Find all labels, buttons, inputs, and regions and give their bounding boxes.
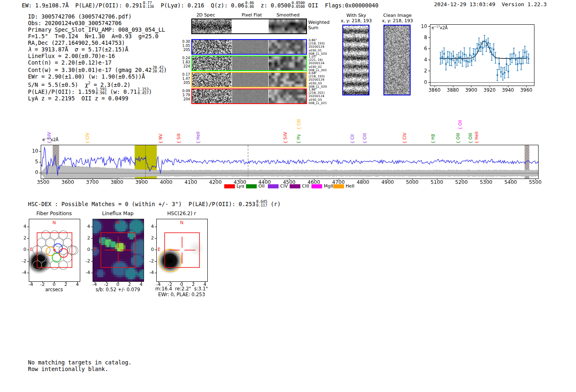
line-marker-HeII-15: { HeII [474,132,479,144]
mainspec-xtick-4100: 4100 [182,179,200,185]
legend-label-HeII: HeII [346,183,355,189]
spec2d-row-3 [191,88,307,104]
weighted-sum-label-line2: Sum [308,25,330,30]
panel-2-compass-n: N [180,220,184,225]
panel-2-ytick--4: -4 [143,270,154,275]
panel-0-compass-e: E [30,247,33,252]
panel-0-ytickmark--4 [27,273,29,273]
info-line-12: LyA z = 2.2195 OII z = 0.0499 [28,95,167,102]
mainspec-xtick-4900: 4900 [379,179,397,185]
mainspec-ytick-0: 0 [28,169,38,175]
mainspec-xtick-4200: 4200 [207,179,225,185]
withsky-title: With Skyx, y: 218, 193 [336,13,377,23]
zoomplot-ytickmark-10 [428,26,430,27]
panel-2-ytickmark--2 [155,261,156,262]
detection-info-block: ID: 3005742706 (3005742706.pdf)Obs: 2020… [28,13,167,102]
mainspec-xtick-3600: 3600 [59,179,77,185]
info-line-7: Cont(n) = 2.20(±0.12)e-17 [28,59,167,66]
spec2d-row-1-rightlabels: 1.05"(221, 24)20200124v030_02008_LL_001 [309,55,327,72]
mainspec-xtick-5100: 5100 [428,179,446,185]
panel-0-ytick-2: 2 [16,235,26,241]
panel-0-ytickmark-2 [27,238,29,239]
header-stats-line: EW: 1.9±108.7Å P(LAE)/P(OII): 0.2910.770… [22,1,379,9]
clean-canvas [384,26,410,95]
line-marker-HeII-4: { HeII [196,132,201,144]
timestamp: 2024-12-29 13:03:49 [434,1,495,7]
info-line-9: EWr = 2.90(±1.00) (w: 1.90(±0.65))Å [28,73,167,80]
footer-notes: No matching targets in catalog. Row inte… [28,360,132,372]
line-marker-CIII-7: { CIII [297,119,302,130]
hsc-cutout-panel [156,219,208,282]
version: Version 1.22.3 [502,1,547,7]
panel-2-ytick-2: 2 [143,235,154,241]
info-line-0: ID: 3005742706 (3005742706.pdf) [28,13,167,20]
panel-0-compass-n: N [52,220,56,225]
panel-0-ytickmark-4 [27,227,29,227]
mainspec-xtick-5200: 5200 [453,179,471,185]
hsc-cutout-canvas [157,219,207,281]
spec2d-row-2-rightlabels: 0.68"(218, 193)20200124v030_03008_LL_020 [309,72,327,88]
spec2d-row-1-leftlabels: 0.241.83224 [178,56,190,68]
spec2d-row-3-canvas [192,89,306,103]
withsky-canvas [343,26,369,95]
fiber-positions-canvas [29,219,80,281]
panel-1-ytickmark--4 [91,273,93,273]
panel-0-ytickmark-0 [27,250,29,250]
zoomplot-ytickmark-6 [428,49,430,49]
clean-cutout [383,25,411,95]
legend-label-Lyα: Lyα [237,183,244,189]
line-fit-plot: e−17x2Å [430,24,534,86]
spec2d-row-0-canvas [192,40,306,54]
mainspec-ytickmark-5 [39,162,41,162]
spec2d-title-2dspec: 2D Spec [187,12,224,18]
line-marker-CIII-9: { CIII [362,133,367,144]
panel-2-ytick-0: 0 [143,247,154,252]
zoomplot-ytickmark-8 [428,37,430,38]
panel-2-ytickmark-0 [155,250,156,250]
spec2d-weighted-row [191,19,307,34]
legend-label-MgII: MgII [324,183,333,189]
spec2d-title-smoothed: Smoothed [269,12,307,18]
panel-2-ytickmark-4 [155,227,156,227]
line-fit-ylabel: e−17x2Å [432,25,448,30]
panel-1-ytickmark-0 [91,250,93,250]
withsky-xy-text: x, y: 218, 193 [336,18,377,23]
full-spectrum-plot [41,145,539,179]
line-marker-Hγ-6: { Hγ [296,134,301,144]
zoomplot-ytick-0: 0 [417,79,427,85]
clean-title-text: Clean Image [377,13,418,18]
panel-0-ytickmark--2 [27,261,29,262]
zoomplot-ytickmark-0 [428,82,430,83]
legend-label-OII: OII [258,183,265,189]
fiber-positions-panel [29,219,80,282]
info-line-1: Obs: 20200124v030_3005742706 [28,20,167,26]
zoomplot-ytick-8: 8 [417,35,427,40]
footer-line1: No matching targets in catalog. [28,360,132,366]
panel-title-fiber-positions: Fiber Positions [25,211,84,216]
panel-2-ytick-4: 4 [143,224,154,229]
zoomplot-xtick-3960: 3960 [519,87,534,93]
zoomplot-xtick-3880: 3880 [446,87,460,93]
panel-1-ytick--2: -2 [79,258,90,264]
mainspec-ytickmark-0 [39,173,41,173]
panel-2-compass-e: E [158,247,160,252]
mainspec-xtick-4800: 4800 [354,179,372,185]
elixer-report-page: EW: 1.9±108.7Å P(LAE)/P(OII): 0.2910.770… [0,0,576,392]
zoomplot-xtick-3900: 3900 [464,87,478,93]
zoomplot-ytick-6: 6 [417,46,427,51]
line-marker-SiIV-5: { SiIV [283,132,288,144]
panel-0-ytick--4: -4 [16,270,26,275]
zoomplot-ytickmark-2 [428,71,430,71]
panel-caption1-hsc-cutout: m:16.4 re:2.2" s:3.1" [140,286,223,292]
line-marker-SiII-3: { SiII [177,133,181,144]
panel-0-ytick-4: 4 [16,224,26,229]
panel-1-compass-e: E [94,247,97,252]
panel-1-ytick-2: 2 [79,235,90,241]
panel-1-ytick-0: 0 [79,247,90,252]
spec2d-row-2-leftlabels: 0.171.47205 [178,72,190,85]
info-line-4: RA,Dec (227.164902,50.414753) [28,39,167,46]
line-marker-OIII-12: { OIII [456,133,461,144]
line-marker-OII-13: { OII [458,120,463,130]
zoomplot-xtick-3860: 3860 [427,87,442,93]
spec2d-row-0-rightlabels: 0.86"(218, 193)20200124v030_01008_LL_020 [309,39,327,56]
